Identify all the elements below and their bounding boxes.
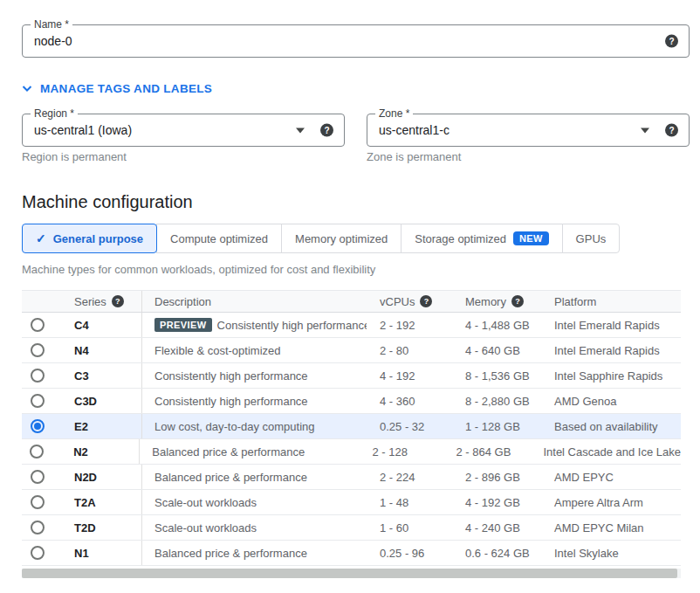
platform-cell: Intel Emerald Rapids: [541, 344, 681, 357]
help-icon[interactable]: ?: [511, 295, 524, 307]
tab-label: General purpose: [53, 232, 143, 245]
tab-label: Memory optimized: [295, 232, 388, 245]
description-label: Low cost, day-to-day computing: [154, 420, 315, 433]
table-row[interactable]: N4Flexible & cost-optimized2 - 804 - 640…: [22, 338, 681, 363]
machine-configuration-title: Machine configuration: [22, 192, 193, 212]
region-field-label: Region *: [31, 107, 78, 121]
tab-storage-optimized[interactable]: Storage optimized NEW: [401, 224, 562, 253]
vcpus-cell: 1 - 48: [367, 496, 452, 509]
radio-cell: [22, 541, 52, 565]
vcpus-cell: 2 - 192: [367, 319, 452, 332]
region-selected-value[interactable]: us-central1 (Iowa): [34, 123, 132, 137]
table-row[interactable]: C3DConsistently high performance4 - 3608…: [22, 389, 681, 414]
memory-cell: 4 - 1,488 GB: [452, 319, 541, 332]
dropdown-arrow-icon[interactable]: [641, 128, 649, 133]
tab-memory-optimized[interactable]: Memory optimized: [281, 224, 401, 253]
memory-cell: 1 - 128 GB: [452, 420, 541, 433]
vcpus-column-header: vCPUs ?: [367, 295, 452, 308]
description-cell: Balanced price & performance: [142, 471, 367, 484]
series-radio[interactable]: [31, 318, 45, 332]
horizontal-scrollbar[interactable]: [22, 569, 681, 578]
table-row[interactable]: N1Balanced price & performance0.25 - 960…: [22, 541, 681, 566]
name-field[interactable]: Name * node-0 ?: [22, 24, 690, 58]
help-icon[interactable]: ?: [320, 124, 333, 137]
table-row[interactable]: C3Consistently high performance4 - 1928 …: [22, 363, 681, 389]
radio-cell: [22, 490, 52, 514]
memory-cell: 8 - 1,536 GB: [452, 369, 541, 383]
tab-gpus[interactable]: GPUs: [562, 224, 621, 253]
series-radio[interactable]: [30, 445, 44, 459]
zone-field-label: Zone *: [375, 107, 413, 121]
platform-cell: AMD EPYC: [541, 471, 681, 484]
description-label: Balanced price & performance: [152, 445, 305, 459]
series-radio[interactable]: [31, 495, 45, 509]
description-label: Consistently high performance: [217, 319, 367, 332]
vcpus-cell: 2 - 80: [367, 344, 452, 357]
manage-tags-labels-link[interactable]: MANAGE TAGS AND LABELS: [22, 82, 212, 95]
series-label: N1: [74, 547, 89, 560]
help-icon[interactable]: ?: [665, 124, 678, 137]
description-header-label: Description: [154, 295, 211, 308]
description-cell: Scale-out workloads: [142, 496, 367, 509]
help-icon[interactable]: ?: [665, 35, 678, 48]
table-row[interactable]: T2DScale-out workloads1 - 604 - 240 GBAM…: [22, 515, 681, 541]
radio-cell: [22, 414, 52, 438]
name-input-value[interactable]: node-0: [34, 34, 72, 48]
table-row[interactable]: E2Low cost, day-to-day computing0.25 - 3…: [22, 414, 681, 439]
series-radio[interactable]: [31, 419, 45, 433]
series-cell: T2D: [52, 515, 142, 540]
help-icon[interactable]: ?: [112, 295, 124, 307]
vcpus-cell: 2 - 128: [360, 445, 443, 459]
platform-header-label: Platform: [554, 295, 596, 308]
series-radio[interactable]: [31, 546, 45, 560]
table-row[interactable]: N2DBalanced price & performance2 - 2242 …: [22, 465, 681, 490]
tab-compute-optimized[interactable]: Compute optimized: [156, 224, 282, 253]
series-cell: N2D: [52, 465, 142, 489]
series-cell: C4: [52, 313, 142, 337]
memory-cell: 0.6 - 624 GB: [452, 547, 541, 560]
dropdown-arrow-icon[interactable]: [296, 128, 305, 133]
description-label: Consistently high performance: [154, 395, 308, 408]
series-cell: C3: [52, 363, 142, 388]
series-radio[interactable]: [31, 394, 45, 408]
platform-cell: AMD EPYC Milan: [541, 521, 681, 534]
vcpus-cell: 2 - 224: [367, 471, 452, 484]
region-select[interactable]: Region * us-central1 (Iowa) ?: [22, 114, 345, 147]
tab-general-purpose[interactable]: ✓ General purpose: [22, 224, 157, 253]
vcpus-cell: 4 - 192: [367, 369, 452, 383]
series-column-header: Series ?: [52, 291, 142, 312]
table-row[interactable]: T2AScale-out workloads1 - 484 - 192 GBAm…: [22, 490, 681, 515]
series-label: N2: [73, 445, 88, 459]
description-label: Flexible & cost-optimized: [154, 344, 281, 357]
memory-header-label: Memory: [465, 295, 506, 308]
radio-cell: [22, 338, 52, 362]
table-row[interactable]: N2Balanced price & performance2 - 1282 -…: [22, 439, 681, 465]
series-label: N2D: [74, 471, 97, 484]
memory-cell: 8 - 2,880 GB: [452, 395, 541, 408]
series-radio[interactable]: [31, 521, 45, 534]
tab-label: GPUs: [576, 232, 607, 245]
series-radio[interactable]: [31, 470, 45, 484]
platform-cell: Intel Skylake: [541, 547, 681, 560]
series-cell: N1: [52, 541, 142, 565]
table-header-row: Series ? Description vCPUs ? Memory ? Pl…: [22, 290, 681, 313]
platform-cell: Intel Emerald Rapids: [541, 319, 681, 332]
table-row[interactable]: C4PREVIEWConsistently high performance2 …: [22, 313, 681, 338]
description-cell: PREVIEWConsistently high performance: [142, 318, 367, 332]
series-cell: N2: [51, 439, 140, 464]
series-radio[interactable]: [31, 343, 45, 357]
series-cell: C3D: [52, 389, 142, 413]
machine-series-table: Series ? Description vCPUs ? Memory ? Pl…: [22, 290, 681, 566]
scrollbar-thumb[interactable]: [22, 569, 677, 578]
vcpus-cell: 0.25 - 32: [367, 420, 452, 433]
memory-cell: 2 - 864 GB: [443, 445, 531, 459]
series-cell: N4: [52, 338, 142, 362]
vcpus-cell: 0.25 - 96: [367, 547, 452, 560]
help-icon[interactable]: ?: [420, 295, 432, 307]
zone-select[interactable]: Zone * us-central1-c ?: [367, 114, 690, 147]
zone-selected-value[interactable]: us-central1-c: [379, 123, 450, 137]
checkmark-icon: ✓: [36, 231, 46, 245]
series-radio[interactable]: [31, 369, 45, 383]
series-cell: T2A: [52, 490, 142, 514]
series-label: T2A: [74, 496, 96, 509]
